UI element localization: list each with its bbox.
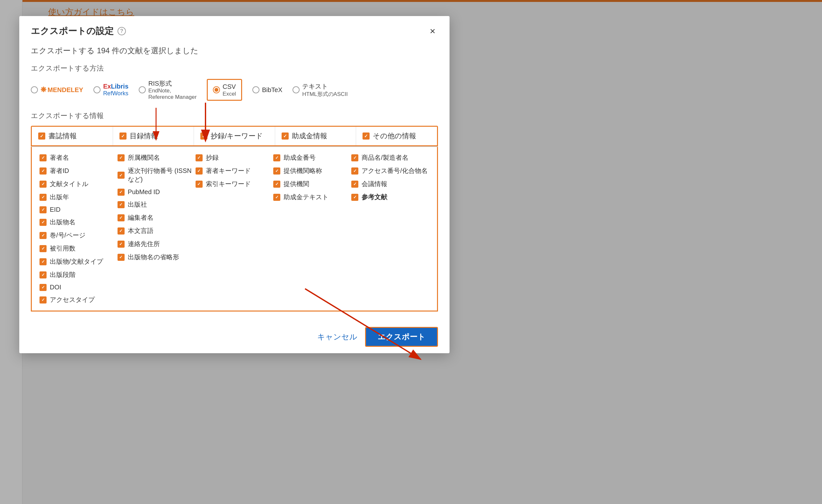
check-pub-year[interactable]: 出版年: [39, 193, 117, 201]
tab-abstract-checkbox[interactable]: [200, 132, 208, 140]
check-language[interactable]: 本文言語: [117, 226, 195, 235]
check-issn-box[interactable]: [117, 172, 124, 179]
check-abbrev-box[interactable]: [117, 254, 124, 261]
method-csv[interactable]: CSV Excel: [213, 82, 236, 97]
check-references[interactable]: 参考文献: [351, 193, 429, 201]
check-doi[interactable]: DOI: [39, 284, 117, 291]
col-funding: 助成金番号 提供機関略称 提供機関 助成金テキスト: [273, 153, 351, 304]
check-affiliation-box[interactable]: [117, 154, 124, 161]
tab-other[interactable]: その他の情報: [356, 127, 437, 145]
check-abstract-box[interactable]: [195, 154, 202, 161]
check-author-id-box[interactable]: [39, 167, 47, 175]
tab-funding[interactable]: 助成金情報: [275, 127, 356, 145]
check-affiliation[interactable]: 所属機関名: [117, 153, 195, 162]
cancel-button[interactable]: キャンセル: [317, 332, 357, 342]
close-button[interactable]: ×: [427, 25, 438, 37]
check-pub-year-box[interactable]: [39, 194, 47, 201]
method-text[interactable]: テキスト HTML形式のASCII: [293, 82, 348, 98]
check-pub-type[interactable]: 出版物/文献タイプ: [39, 257, 117, 266]
check-pubmed-id-box[interactable]: [117, 189, 124, 196]
tab-other-checkbox[interactable]: [363, 132, 370, 140]
check-abstract-label: 抄録: [206, 153, 219, 162]
check-funder-abbrev[interactable]: 提供機関略称: [273, 167, 351, 175]
check-index-keywords-box[interactable]: [195, 181, 202, 188]
check-access-type[interactable]: アクセスタイプ: [39, 295, 117, 304]
check-doi-box[interactable]: [39, 284, 47, 291]
check-funder-abbrev-box[interactable]: [273, 167, 280, 175]
check-eid[interactable]: EID: [39, 206, 117, 213]
check-author-keywords[interactable]: 著者キーワード: [195, 167, 274, 175]
check-publisher[interactable]: 出版社: [117, 200, 195, 209]
check-author-keywords-box[interactable]: [195, 167, 202, 175]
check-accession[interactable]: アクセス番号/化合物名: [351, 167, 429, 175]
check-trade-name-box[interactable]: [351, 154, 358, 161]
check-cite-count[interactable]: 被引用数: [39, 244, 117, 253]
check-editor-box[interactable]: [117, 214, 124, 221]
check-cite-count-box[interactable]: [39, 245, 47, 252]
tab-other-label: その他の情報: [373, 131, 416, 141]
check-issn[interactable]: 逐次刊行物番号 (ISSNなど): [117, 167, 195, 184]
check-funder[interactable]: 提供機関: [273, 180, 351, 188]
tab-abstract[interactable]: 抄録/キーワード: [194, 127, 275, 145]
check-funding-text-box[interactable]: [273, 194, 280, 201]
tab-catalog[interactable]: 目録情報: [113, 127, 194, 145]
radio-mendeley[interactable]: [31, 86, 38, 93]
refworks-label: RefWorks: [103, 90, 128, 97]
check-correspondence-box[interactable]: [117, 241, 124, 248]
check-correspondence[interactable]: 連絡先住所: [117, 240, 195, 248]
check-editor[interactable]: 編集者名: [117, 213, 195, 222]
radio-ris[interactable]: [139, 86, 146, 93]
check-trade-name[interactable]: 商品名/製造者名: [351, 153, 429, 162]
check-doc-title-box[interactable]: [39, 181, 47, 188]
check-doc-title-label: 文献タイトル: [50, 180, 88, 188]
check-eid-box[interactable]: [39, 206, 47, 213]
check-access-type-box[interactable]: [39, 296, 47, 303]
check-conference[interactable]: 会議情報: [351, 180, 429, 188]
check-doc-title[interactable]: 文献タイトル: [39, 180, 117, 188]
check-pub-stage-box[interactable]: [39, 271, 47, 278]
check-pubmed-id[interactable]: PubMed ID: [117, 188, 195, 196]
method-bibtex[interactable]: BibTeX: [253, 86, 282, 94]
tab-bibliographic-checkbox[interactable]: [38, 132, 45, 140]
mendeley-logo: ❋ MENDELEY: [40, 86, 83, 94]
tab-funding-checkbox[interactable]: [282, 132, 289, 140]
tab-funding-label: 助成金情報: [292, 131, 327, 141]
check-accession-box[interactable]: [351, 167, 358, 175]
method-exlibris[interactable]: ExLibris RefWorks: [93, 82, 128, 97]
check-pub-name-box[interactable]: [39, 219, 47, 226]
check-eid-label: EID: [50, 206, 60, 213]
check-abbrev[interactable]: 出版物名の省略形: [117, 253, 195, 261]
check-index-keywords[interactable]: 索引キーワード: [195, 180, 274, 188]
check-references-box[interactable]: [351, 194, 358, 201]
check-author-id[interactable]: 著者ID: [39, 167, 117, 175]
check-language-box[interactable]: [117, 227, 124, 235]
radio-text[interactable]: [293, 86, 300, 93]
mendeley-label: MENDELEY: [47, 86, 83, 94]
check-author-name-box[interactable]: [39, 154, 47, 161]
check-pub-name[interactable]: 出版物名: [39, 218, 117, 226]
check-pub-type-box[interactable]: [39, 258, 47, 265]
col-other: 商品名/製造者名 アクセス番号/化合物名 会議情報 参考文献: [351, 153, 429, 304]
tab-catalog-checkbox[interactable]: [119, 132, 126, 140]
help-icon[interactable]: ?: [117, 27, 126, 35]
check-grant-number-box[interactable]: [273, 154, 280, 161]
csv-sublabel: Excel: [223, 91, 236, 97]
tab-catalog-label: 目録情報: [130, 131, 158, 141]
check-conference-box[interactable]: [351, 181, 358, 188]
radio-csv[interactable]: [213, 86, 220, 93]
check-publisher-box[interactable]: [117, 201, 124, 208]
method-ris[interactable]: RIS形式 EndNote, Reference Manager: [139, 79, 196, 100]
check-vol-page-box[interactable]: [39, 232, 47, 239]
method-mendeley[interactable]: ❋ MENDELEY: [31, 86, 83, 94]
tab-bibliographic[interactable]: 書誌情報: [32, 127, 113, 145]
check-grant-number[interactable]: 助成金番号: [273, 153, 351, 162]
check-author-name[interactable]: 著者名: [39, 153, 117, 162]
check-pub-stage[interactable]: 出版段階: [39, 270, 117, 279]
radio-exlibris[interactable]: [93, 86, 100, 93]
radio-bibtex[interactable]: [253, 86, 260, 93]
check-abstract[interactable]: 抄録: [195, 153, 274, 162]
check-funding-text[interactable]: 助成金テキスト: [273, 193, 351, 201]
export-button[interactable]: エクスポート: [365, 327, 438, 347]
check-vol-page[interactable]: 巻/号/ページ: [39, 231, 117, 240]
check-funder-box[interactable]: [273, 181, 280, 188]
